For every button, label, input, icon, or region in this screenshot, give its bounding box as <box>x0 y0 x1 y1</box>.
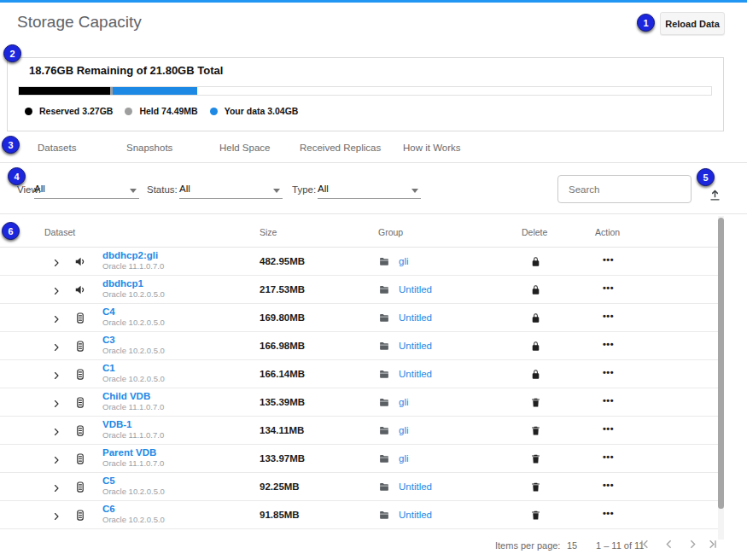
scrollbar-thumb[interactable] <box>718 218 724 509</box>
size-value: 91.85MB <box>260 510 300 520</box>
group-link[interactable]: gli <box>399 425 409 435</box>
lock-icon[interactable] <box>530 283 541 296</box>
size-value: 166.98MB <box>260 341 305 351</box>
expand-chevron-icon[interactable] <box>51 510 61 520</box>
table-header: Dataset Size Group Delete Action <box>0 214 723 248</box>
group-link[interactable]: Untitled <box>399 341 432 351</box>
capacity-usage-bar <box>18 86 712 96</box>
group-link[interactable]: Untitled <box>399 481 432 492</box>
view-filter-value: All <box>34 184 45 194</box>
actions-menu-button[interactable]: ••• <box>603 424 614 434</box>
actions-menu-button[interactable]: ••• <box>603 255 614 265</box>
dataset-subtitle: Oracle 10.2.0.5.0 <box>102 375 165 384</box>
trash-icon[interactable] <box>530 424 541 437</box>
dataset-link[interactable]: VDB-1 <box>102 419 164 430</box>
lock-icon[interactable] <box>530 255 541 268</box>
size-value: 166.14MB <box>260 369 305 379</box>
actions-menu-button[interactable]: ••• <box>603 452 614 462</box>
group-link[interactable]: Untitled <box>399 284 432 295</box>
group-link[interactable]: Untitled <box>399 510 432 520</box>
expand-chevron-icon[interactable] <box>51 425 61 435</box>
table-row: dbdhcp2:gli Oracle 11.1.0.7.0 482.95MB g… <box>0 248 723 276</box>
lock-icon[interactable] <box>530 312 541 324</box>
legend-value: 74.49MB <box>161 106 198 116</box>
actions-menu-button[interactable]: ••• <box>603 340 614 349</box>
tab-datasets[interactable]: Datasets <box>38 143 76 153</box>
expand-chevron-icon[interactable] <box>51 481 61 492</box>
tab-snapshots[interactable]: Snapshots <box>126 143 172 153</box>
actions-menu-button[interactable]: ••• <box>603 283 614 293</box>
column-header-dataset[interactable]: Dataset <box>44 227 75 237</box>
actions-menu-button[interactable]: ••• <box>603 312 614 321</box>
export-icon[interactable] <box>708 188 722 202</box>
expand-chevron-icon[interactable] <box>51 284 61 295</box>
group-link[interactable]: gli <box>399 453 409 464</box>
column-header-size[interactable]: Size <box>260 227 277 237</box>
tab-held-space[interactable]: Held Space <box>219 143 270 153</box>
vdb-icon <box>74 509 86 522</box>
next-page-icon[interactable] <box>686 537 700 551</box>
actions-menu-button[interactable]: ••• <box>603 481 614 490</box>
status-filter-select[interactable]: All <box>179 181 283 199</box>
folder-icon <box>378 509 390 520</box>
first-page-icon[interactable] <box>638 537 652 551</box>
reload-data-button[interactable]: Reload Data <box>660 12 725 35</box>
dataset-link[interactable]: C4 <box>102 306 165 318</box>
dataset-link[interactable]: C5 <box>102 475 165 487</box>
trash-icon[interactable] <box>530 452 541 465</box>
expand-chevron-icon[interactable] <box>51 397 61 407</box>
expand-chevron-icon[interactable] <box>51 256 61 266</box>
legend-value: 3.27GB <box>82 106 113 116</box>
trash-icon[interactable] <box>530 481 541 493</box>
lock-icon[interactable] <box>530 368 541 381</box>
dataset-link[interactable]: C6 <box>102 504 165 515</box>
dataset-subtitle: Oracle 10.2.0.5.0 <box>102 318 165 328</box>
folder-icon <box>378 312 390 323</box>
dataset-link[interactable]: C1 <box>102 363 165 374</box>
size-value: 482.95MB <box>260 256 305 266</box>
group-link[interactable]: gli <box>399 397 409 407</box>
table-body: dbdhcp2:gli Oracle 11.1.0.7.0 482.95MB g… <box>0 248 723 529</box>
previous-page-icon[interactable] <box>662 537 676 551</box>
page-title: Storage Capacity <box>17 13 142 32</box>
size-value: 133.97MB <box>260 453 305 464</box>
view-filter-select[interactable]: All <box>34 181 139 199</box>
expand-chevron-icon[interactable] <box>51 453 61 464</box>
dataset-link[interactable]: dbdhcp1 <box>102 278 165 289</box>
dataset-link[interactable]: Child VDB <box>102 391 164 402</box>
actions-menu-button[interactable]: ••• <box>603 368 614 377</box>
dataset-link[interactable]: C3 <box>102 335 165 346</box>
expand-chevron-icon[interactable] <box>51 312 61 323</box>
dataset-link[interactable]: Parent VDB <box>102 447 164 458</box>
size-value: 135.39MB <box>260 397 305 407</box>
type-filter-select[interactable]: All <box>318 181 421 199</box>
dataset-link[interactable]: dbdhcp2:gli <box>102 250 164 261</box>
callout-badge-4: 4 <box>8 167 26 185</box>
size-value: 92.25MB <box>260 481 300 492</box>
group-link[interactable]: Untitled <box>399 369 432 379</box>
column-header-action: Action <box>595 227 620 237</box>
actions-menu-button[interactable]: ••• <box>603 509 614 518</box>
tab-received-replicas[interactable]: Received Replicas <box>300 143 381 153</box>
expand-chevron-icon[interactable] <box>51 341 61 351</box>
reserved-dot-icon <box>25 108 32 115</box>
group-link[interactable]: Untitled <box>399 312 432 323</box>
tab-how-it-works[interactable]: How it Works <box>403 143 461 153</box>
trash-icon[interactable] <box>530 396 541 409</box>
column-header-group[interactable]: Group <box>378 227 403 237</box>
actions-menu-button[interactable]: ••• <box>603 396 614 405</box>
group-link[interactable]: gli <box>399 256 409 266</box>
capacity-summary-text: 18.76GB Remaining of 21.80GB Total <box>29 64 223 77</box>
status-filter-label: Status: <box>147 184 178 195</box>
callout-badge-6: 6 <box>2 222 20 240</box>
search-input[interactable] <box>558 176 691 202</box>
expand-chevron-icon[interactable] <box>51 369 61 379</box>
items-per-page-select[interactable]: 15 <box>567 540 577 551</box>
last-page-icon[interactable] <box>705 537 720 551</box>
items-per-page-label: Items per page: <box>495 540 560 551</box>
callout-badge-5: 5 <box>697 168 715 186</box>
trash-icon[interactable] <box>530 509 541 522</box>
lock-icon[interactable] <box>530 340 541 353</box>
folder-icon <box>378 481 390 492</box>
vdb-icon <box>74 340 86 353</box>
